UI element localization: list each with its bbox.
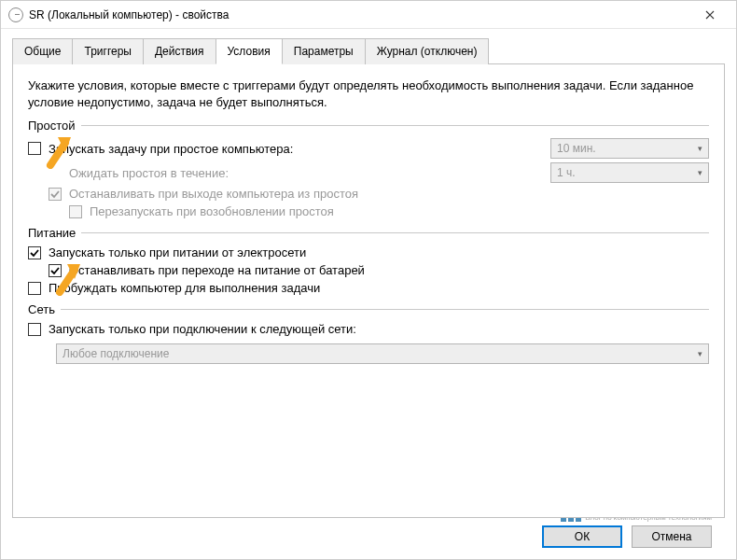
task-scheduler-icon [8,7,23,22]
group-idle: Простой [28,119,709,133]
client-area: Общие Триггеры Действия Условия Параметр… [1,29,736,559]
row-stop-on-battery: Останавливать при переходе на питание от… [28,261,709,279]
cancel-button[interactable]: Отмена [632,525,712,548]
group-network: Сеть [28,302,709,316]
tab-actions[interactable]: Действия [143,38,216,64]
row-wake: Пробуждать компьютер для выполнения зада… [28,279,709,297]
group-power: Питание [28,226,709,240]
tab-general[interactable]: Общие [12,38,73,64]
chevron-down-icon: ▾ [698,144,702,153]
panel-description: Укажите условия, которые вместе с тригге… [28,77,709,111]
checkbox-stop-on-idle-end [49,188,62,201]
group-power-label: Питание [28,226,76,240]
row-wait-for-idle: Ожидать простоя в течение: 1 ч. ▾ [28,161,709,185]
checkbox-on-ac[interactable] [28,246,41,259]
checkbox-only-if-network[interactable] [28,323,41,336]
label-restart-on-resume: Перезапускать при возобновлении простоя [90,204,334,218]
tab-triggers[interactable]: Триггеры [72,38,144,64]
combo-idle-duration[interactable]: 10 мин. ▾ [550,138,709,159]
label-only-if-network: Запускать только при подключении к следу… [49,322,356,336]
label-on-ac: Запускать только при питании от электрос… [49,245,306,259]
conditions-panel: Укажите условия, которые вместе с тригге… [12,63,725,518]
row-start-on-idle: Запускать задачу при простое компьютера:… [28,136,709,161]
tab-conditions[interactable]: Условия [216,38,283,64]
chevron-down-icon: ▾ [698,168,702,177]
close-button[interactable] [691,1,729,29]
group-idle-label: Простой [28,119,76,133]
combo-idle-duration-value: 10 мин. [557,142,596,155]
row-on-ac: Запускать только при питании от электрос… [28,244,709,261]
row-network-combo: Любое подключение ▾ [28,338,709,366]
row-restart-on-resume: Перезапускать при возобновлении простоя [28,203,709,220]
titlebar: SR (Локальный компьютер) - свойства [1,1,736,29]
ok-button[interactable]: ОК [542,525,622,548]
group-network-label: Сеть [28,302,55,316]
label-wake: Пробуждать компьютер для выполнения зада… [49,281,320,295]
combo-wait-duration-value: 1 ч. [557,166,576,179]
window-title: SR (Локальный компьютер) - свойства [29,8,691,21]
checkbox-stop-on-battery[interactable] [49,264,62,277]
label-wait-for-idle: Ожидать простоя в течение: [69,166,229,180]
tab-history[interactable]: Журнал (отключен) [365,38,490,64]
checkbox-wake[interactable] [28,282,41,295]
label-stop-on-battery: Останавливать при переходе на питание от… [69,263,365,277]
chevron-down-icon: ▾ [698,349,702,358]
row-only-if-network: Запускать только при подключении к следу… [28,320,709,338]
label-stop-on-idle-end: Останавливать при выходе компьютера из п… [69,187,358,201]
divider [81,125,709,126]
combo-network[interactable]: Любое подключение ▾ [56,343,709,364]
close-icon [705,10,715,20]
dialog-footer: pronetblog.by Блог по компьютерным техно… [12,518,725,559]
checkbox-restart-on-resume [69,205,82,218]
combo-wait-duration[interactable]: 1 ч. ▾ [550,162,709,183]
label-start-on-idle: Запускать задачу при простое компьютера: [49,142,293,156]
tabstrip: Общие Триггеры Действия Условия Параметр… [12,38,725,64]
row-stop-on-idle-end: Останавливать при выходе компьютера из п… [28,185,709,203]
tab-settings[interactable]: Параметры [282,38,366,64]
divider [81,232,709,233]
checkbox-start-on-idle[interactable] [28,142,41,155]
divider [61,309,709,310]
properties-dialog: SR (Локальный компьютер) - свойства Общи… [0,0,737,560]
combo-network-value: Любое подключение [63,347,169,360]
